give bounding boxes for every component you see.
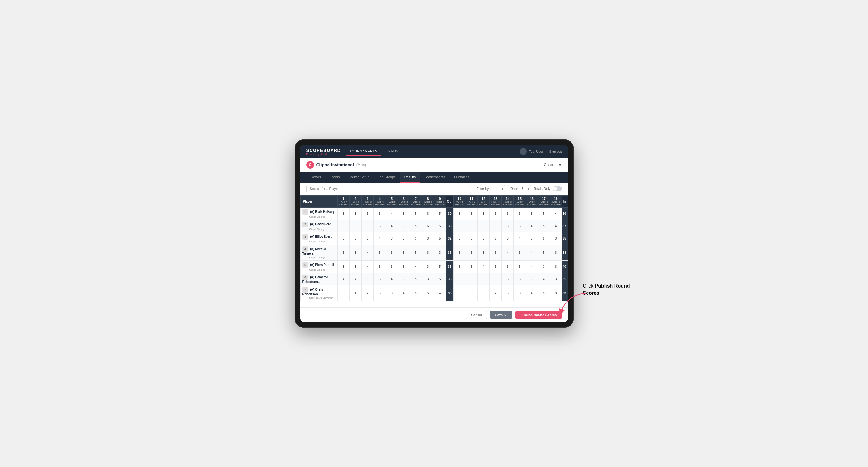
score-hole-16[interactable]: 6 xyxy=(526,232,538,245)
score-hole-17[interactable]: 5 xyxy=(538,232,550,245)
score-hole-1[interactable]: 3 xyxy=(338,208,349,220)
score-hole-7[interactable]: 5 xyxy=(410,273,422,285)
score-hole-14[interactable]: 3 xyxy=(502,260,514,273)
score-hole-9[interactable]: 5 xyxy=(434,260,446,273)
score-hole-18[interactable]: 6 xyxy=(550,260,562,273)
score-hole-12[interactable]: 3 xyxy=(477,245,490,260)
score-hole-14[interactable]: 5 xyxy=(502,285,514,301)
score-hole-8[interactable]: 3 xyxy=(422,273,434,285)
score-hole-8[interactable]: 3 xyxy=(422,260,434,273)
score-hole-13[interactable]: 5 xyxy=(490,260,502,273)
score-hole-18[interactable]: 6 xyxy=(550,245,562,260)
score-hole-9[interactable]: 5 xyxy=(434,208,446,220)
score-hole-5[interactable]: 4 xyxy=(386,273,398,285)
score-hole-16[interactable]: 4 xyxy=(526,260,538,273)
score-hole-12[interactable]: 3 xyxy=(477,232,490,245)
score-hole-3[interactable]: 3 xyxy=(362,232,374,245)
score-hole-2[interactable]: 3 xyxy=(349,245,362,260)
score-hole-8[interactable]: 6 xyxy=(422,220,434,232)
score-hole-17[interactable]: 3 xyxy=(538,260,550,273)
score-hole-17[interactable]: 5 xyxy=(538,220,550,232)
tab-teams[interactable]: Teams xyxy=(326,172,344,183)
score-hole-11[interactable]: 5 xyxy=(465,208,477,220)
score-hole-4[interactable]: 5 xyxy=(374,285,386,301)
score-hole-15[interactable]: 4 xyxy=(514,232,526,245)
score-hole-14[interactable]: 4 xyxy=(502,245,514,260)
score-hole-14[interactable]: 3 xyxy=(502,208,514,220)
score-hole-4[interactable]: 5 xyxy=(374,208,386,220)
score-hole-4[interactable]: 4 xyxy=(374,232,386,245)
score-hole-13[interactable]: 5 xyxy=(490,208,502,220)
score-hole-3[interactable]: 4 xyxy=(362,285,374,301)
round-select[interactable]: Round 3 xyxy=(507,185,531,192)
score-hole-4[interactable]: 5 xyxy=(374,260,386,273)
score-hole-2[interactable]: 4 xyxy=(349,273,362,285)
score-hole-9[interactable]: 4 xyxy=(434,285,446,301)
score-hole-11[interactable]: 5 xyxy=(465,232,477,245)
score-hole-11[interactable]: 5 xyxy=(465,245,477,260)
score-hole-11[interactable]: 3 xyxy=(465,273,477,285)
score-hole-11[interactable]: 5 xyxy=(465,220,477,232)
score-hole-1[interactable]: 4 xyxy=(338,273,349,285)
score-hole-1[interactable]: 3 xyxy=(338,260,349,273)
score-hole-5[interactable]: 4 xyxy=(386,208,398,220)
score-hole-9[interactable]: 5 xyxy=(434,220,446,232)
score-hole-9[interactable]: 5 xyxy=(434,273,446,285)
tab-results[interactable]: Results xyxy=(400,172,420,183)
score-hole-16[interactable]: 5 xyxy=(526,273,538,285)
score-hole-10[interactable]: 3 xyxy=(453,208,465,220)
score-hole-6[interactable]: 3 xyxy=(398,208,410,220)
score-hole-8[interactable]: 3 xyxy=(422,232,434,245)
score-hole-18[interactable]: 3 xyxy=(550,232,562,245)
score-hole-10[interactable]: 6 xyxy=(453,273,465,285)
score-hole-10[interactable]: 3 xyxy=(453,232,465,245)
score-hole-2[interactable]: 3 xyxy=(349,220,362,232)
score-hole-5[interactable]: 3 xyxy=(386,245,398,260)
score-hole-9[interactable]: 3 xyxy=(434,245,446,260)
score-hole-3[interactable]: 4 xyxy=(362,245,374,260)
score-hole-16[interactable]: 4 xyxy=(526,285,538,301)
score-hole-6[interactable]: 3 xyxy=(398,245,410,260)
score-hole-4[interactable]: 6 xyxy=(374,220,386,232)
score-hole-7[interactable]: 3 xyxy=(410,285,422,301)
score-hole-8[interactable]: 6 xyxy=(422,208,434,220)
score-hole-2[interactable]: 3 xyxy=(349,260,362,273)
score-hole-4[interactable]: 5 xyxy=(374,245,386,260)
score-hole-12[interactable]: 3 xyxy=(477,208,490,220)
score-hole-7[interactable]: 5 xyxy=(410,220,422,232)
save-all-button[interactable]: Save All xyxy=(490,311,512,318)
score-hole-4[interactable]: 3 xyxy=(374,273,386,285)
score-hole-14[interactable]: 3 xyxy=(502,273,514,285)
score-hole-2[interactable]: 3 xyxy=(349,232,362,245)
score-hole-7[interactable]: 5 xyxy=(410,208,422,220)
totals-toggle-switch[interactable] xyxy=(553,186,562,191)
score-hole-1[interactable]: 5 xyxy=(338,232,349,245)
score-hole-12[interactable]: 5 xyxy=(477,273,490,285)
score-hole-10[interactable]: 3 xyxy=(453,285,465,301)
score-hole-8[interactable]: 6 xyxy=(422,245,434,260)
score-hole-8[interactable]: 5 xyxy=(422,285,434,301)
score-hole-17[interactable]: 4 xyxy=(538,273,550,285)
score-hole-15[interactable]: 5 xyxy=(514,220,526,232)
score-hole-11[interactable]: 5 xyxy=(465,285,477,301)
cancel-button[interactable]: Cancel xyxy=(466,311,487,319)
score-hole-5[interactable]: 3 xyxy=(386,260,398,273)
score-hole-10[interactable]: 3 xyxy=(453,245,465,260)
score-hole-7[interactable]: 5 xyxy=(410,245,422,260)
cancel-tournament-button[interactable]: Cancel ✕ xyxy=(544,162,561,167)
score-hole-14[interactable]: 3 xyxy=(502,232,514,245)
score-hole-7[interactable]: 3 xyxy=(410,232,422,245)
nav-tournaments[interactable]: TOURNAMENTS xyxy=(346,148,381,156)
score-hole-6[interactable]: 3 xyxy=(398,220,410,232)
score-hole-11[interactable]: 5 xyxy=(465,260,477,273)
score-hole-5[interactable]: 4 xyxy=(386,220,398,232)
score-hole-6[interactable]: 5 xyxy=(398,260,410,273)
tab-leaderboards[interactable]: Leaderboards xyxy=(420,172,450,183)
score-hole-6[interactable]: 4 xyxy=(398,285,410,301)
score-hole-17[interactable]: 5 xyxy=(538,245,550,260)
score-hole-15[interactable]: 3 xyxy=(514,273,526,285)
score-hole-10[interactable]: 5 xyxy=(453,260,465,273)
score-hole-15[interactable]: 6 xyxy=(514,208,526,220)
score-hole-2[interactable]: 3 xyxy=(349,208,362,220)
tab-printables[interactable]: Printables xyxy=(450,172,473,183)
